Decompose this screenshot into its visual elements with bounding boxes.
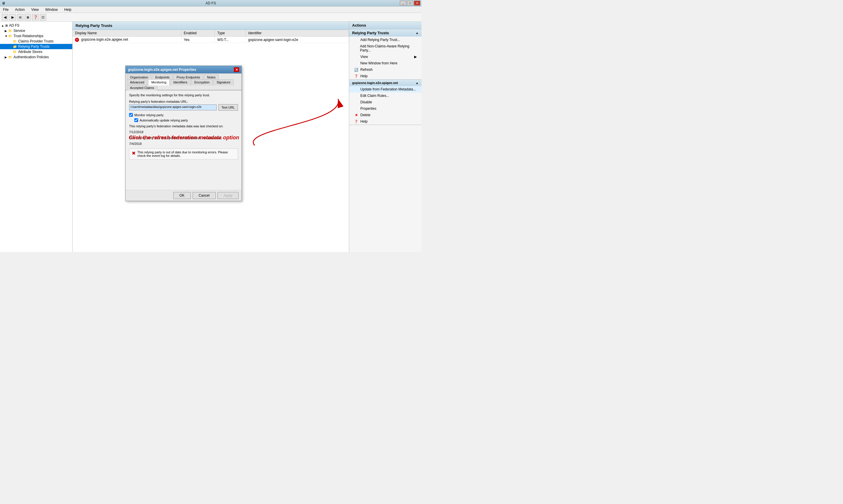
- tree-item-claims-provider[interactable]: 📁 Claims Provider Trusts: [0, 39, 72, 44]
- col-display-name[interactable]: Display Name: [73, 30, 181, 37]
- action-edit-claim-rules[interactable]: Edit Claim Rules...: [349, 92, 422, 99]
- tab-accepted-claims[interactable]: Accepted Claims: [127, 85, 158, 90]
- error-message: This relying party is out of date due to…: [137, 150, 235, 158]
- table-row[interactable]: ✕ gopizone.login.e2e.apigee.net Yes WS-T…: [73, 37, 349, 43]
- col-identifier[interactable]: Identifier: [246, 30, 348, 37]
- action-disable[interactable]: Disable: [349, 99, 422, 105]
- dialog-tabs: Organization Endpoints Proxy Endpoints N…: [126, 73, 241, 90]
- panel-header: Relying Party Trusts: [73, 22, 349, 30]
- auth-policies-icon: 📁: [8, 55, 12, 59]
- tree-item-trust-relationships[interactable]: ▼ 📁 Trust Relationships: [0, 33, 72, 39]
- dialog-buttons: OK Cancel Apply: [126, 190, 241, 201]
- action-view[interactable]: View ▶: [349, 54, 422, 60]
- tab-encryption[interactable]: Encryption: [191, 79, 213, 86]
- tab-advanced[interactable]: Advanced: [127, 79, 147, 86]
- view-toggle[interactable]: ⊡: [40, 14, 46, 20]
- menu-window[interactable]: Window: [43, 7, 60, 12]
- metadata-url-input[interactable]: t:/saml/metadata/alias/gopizone.apigee-s…: [129, 105, 217, 110]
- tab-signature[interactable]: Signature: [213, 79, 234, 86]
- last-checked-label: This relying party's federation metadata…: [129, 124, 238, 128]
- tab-monitoring[interactable]: Monitoring: [148, 79, 169, 86]
- col-enabled[interactable]: Enabled: [181, 30, 215, 37]
- action-help-relying[interactable]: ❓ Help: [349, 73, 422, 79]
- cell-enabled: Yes: [181, 37, 215, 43]
- action-add-non-claims[interactable]: Add Non-Claims-Aware Relying Party...: [349, 43, 422, 54]
- show-hide-tree[interactable]: ▤: [17, 14, 23, 20]
- col-type[interactable]: Type: [215, 30, 246, 37]
- close-button[interactable]: ✕: [414, 1, 420, 5]
- dialog-close-button[interactable]: ✕: [234, 67, 239, 72]
- actions-section-relying-party: Relying Party Trusts ▲ Add Relying Party…: [349, 29, 422, 79]
- error-box: ✖ This relying party is out of date due …: [129, 148, 238, 160]
- menu-action[interactable]: Action: [13, 7, 26, 12]
- help-button[interactable]: ❓: [32, 14, 39, 20]
- center-panel: Relying Party Trusts Display Name Enable…: [73, 22, 349, 252]
- relying-party-actions-header: Relying Party Trusts ▲: [349, 29, 422, 37]
- restore-button[interactable]: □: [407, 1, 413, 5]
- relying-party-icon: 📁: [13, 45, 17, 49]
- last-updated-label: This relying party was last updated from…: [129, 136, 238, 140]
- tree-panel: ▲ 🖥 AD FS ▶ 📁 Service ▼ 📁 Trust Relation…: [0, 22, 73, 252]
- dialog-overlay: gopizone.login.e2e.apigee.net Properties…: [73, 22, 349, 252]
- dialog-title: gopizone.login.e2e.apigee.net Properties…: [126, 66, 241, 73]
- cancel-button[interactable]: Cancel: [193, 192, 216, 199]
- action-delete[interactable]: ✖ Delete: [349, 112, 422, 118]
- minimize-button[interactable]: _: [400, 1, 406, 5]
- main-layout: ▲ 🖥 AD FS ▶ 📁 Service ▼ 📁 Trust Relation…: [0, 22, 422, 252]
- monitor-checkbox[interactable]: [129, 113, 133, 117]
- properties-dialog: gopizone.login.e2e.apigee.net Properties…: [125, 66, 242, 201]
- actions-section-gopizone: gopizone.login.e2e.apigee.net ▲ Update f…: [349, 79, 422, 125]
- attribute-stores-icon: 📁: [13, 50, 17, 54]
- expand-service[interactable]: ▶: [5, 29, 8, 33]
- menu-help[interactable]: Help: [62, 7, 73, 12]
- tree-item-auth-policies[interactable]: ▶ 📁 Authentication Policies: [0, 54, 72, 60]
- action-new-window[interactable]: New Window from Here: [349, 60, 422, 67]
- monitoring-description: Specify the monitoring settings for this…: [129, 93, 238, 97]
- show-hide-panel[interactable]: ▦: [24, 14, 31, 20]
- back-button[interactable]: ◀: [2, 14, 8, 20]
- expand-auth[interactable]: ▶: [5, 56, 8, 59]
- tree-item-relying-party[interactable]: 📁 Relying Party Trusts: [0, 44, 72, 49]
- expand-trust[interactable]: ▼: [5, 35, 8, 38]
- metadata-url-label: Relying party's federation metadata URL:: [129, 100, 238, 103]
- cell-identifier: gopizone.apigee-saml-login-e2e: [246, 37, 348, 43]
- actions-section-main: Actions: [349, 22, 422, 29]
- help-relying-icon: ❓: [354, 74, 359, 78]
- action-update-federation[interactable]: Update from Federation Metadata...: [349, 86, 422, 92]
- action-properties[interactable]: Properties: [349, 105, 422, 112]
- last-updated-date: 7/4/2018: [129, 142, 238, 145]
- forward-button[interactable]: ▶: [10, 14, 16, 20]
- metadata-url-row: t:/saml/metadata/alias/gopizone.apigee-s…: [129, 104, 238, 111]
- tab-identifiers[interactable]: Identifiers: [170, 79, 191, 86]
- gopizone-actions-header: gopizone.login.e2e.apigee.net ▲: [349, 79, 422, 86]
- toolbar: ◀ ▶ ▤ ▦ ❓ ⊡: [0, 13, 422, 22]
- row-error-icon: ✕: [75, 38, 79, 42]
- menu-file[interactable]: File: [1, 7, 10, 12]
- action-add-relying-party[interactable]: Add Relying Party Trust...: [349, 37, 422, 43]
- actions-header: Actions: [349, 22, 422, 29]
- tree-item-adfs[interactable]: ▲ 🖥 AD FS: [0, 23, 72, 28]
- title-bar-controls: _ □ ✕: [400, 1, 420, 5]
- auto-update-checkbox[interactable]: [134, 118, 138, 122]
- action-help-gopizone[interactable]: ❓ Help: [349, 118, 422, 125]
- menu-bar: File Action View Window Help: [0, 6, 422, 13]
- collapse-gopizone[interactable]: ▲: [416, 82, 418, 85]
- test-url-button[interactable]: Test URL: [218, 104, 238, 111]
- expand-adfs[interactable]: ▲: [1, 24, 5, 27]
- collapse-relying-party[interactable]: ▲: [416, 31, 418, 35]
- help-gopizone-icon: ❓: [354, 120, 359, 124]
- dialog-content: Specify the monitoring settings for this…: [126, 90, 241, 190]
- menu-view[interactable]: View: [30, 7, 41, 12]
- tree-item-service[interactable]: ▶ 📁 Service: [0, 28, 72, 33]
- error-icon: ✖: [132, 150, 136, 156]
- ok-button[interactable]: OK: [173, 192, 191, 199]
- tree-item-attribute-stores[interactable]: 📁 Attribute Stores: [0, 49, 72, 54]
- cell-display-name: ✕ gopizone.login.e2e.apigee.net: [73, 37, 181, 43]
- action-refresh[interactable]: 🔄 Refresh: [349, 67, 422, 73]
- apply-button[interactable]: Apply: [217, 192, 238, 199]
- refresh-icon: 🔄: [354, 68, 359, 72]
- monitor-checkbox-row: Monitor relying party: [129, 113, 238, 117]
- cell-type: WS-T...: [215, 37, 246, 43]
- actions-panel: Actions Relying Party Trusts ▲ Add Relyi…: [349, 22, 422, 252]
- auto-update-checkbox-row: Automatically update relying party: [129, 118, 238, 122]
